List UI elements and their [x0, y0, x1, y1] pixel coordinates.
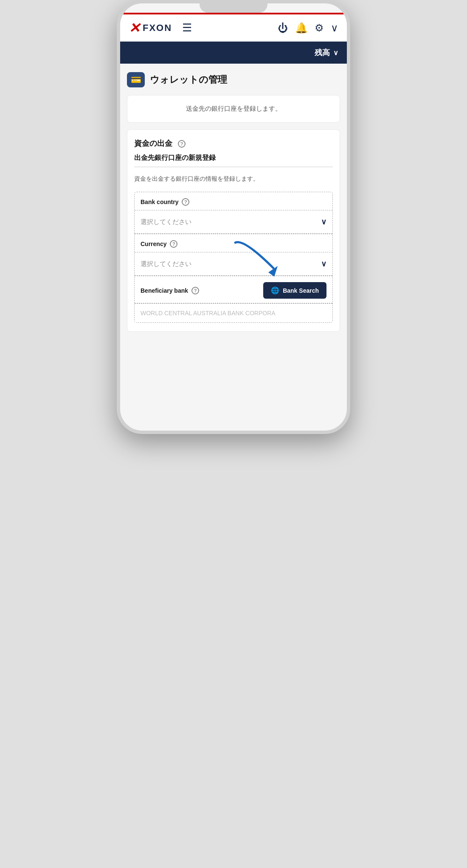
bank-country-help-icon[interactable]: ?	[182, 198, 189, 206]
beneficiary-bank-label-group: Beneficiary bank ?	[141, 287, 199, 294]
form-card: 資金の出金 ? 出金先銀行口座の新規登録 資金を出金する銀行口座の情報を登録しま…	[127, 129, 340, 332]
hamburger-menu-icon[interactable]: ☰	[182, 21, 192, 34]
beneficiary-bank-label-row: Beneficiary bank ? 🌐 Bank Search	[135, 276, 332, 303]
phone-notch	[200, 3, 267, 13]
divider	[134, 167, 333, 167]
bell-icon[interactable]: 🔔	[295, 22, 308, 34]
logo-x-mark: ✕	[129, 21, 140, 35]
wallet-symbol: 💳	[131, 75, 141, 85]
balance-label: 残高	[315, 48, 330, 58]
form-fields-container: Bank country ? 選択してください ∨ Currency ?	[134, 192, 333, 323]
bank-country-placeholder: 選択してください	[141, 218, 191, 226]
logo: ✕ FXON	[129, 21, 172, 35]
currency-placeholder: 選択してください	[141, 260, 191, 268]
beneficiary-bank-input[interactable]	[135, 304, 332, 322]
bank-country-select[interactable]: 選択してください ∨	[135, 210, 332, 234]
balance-chevron-icon: ∨	[333, 49, 338, 57]
currency-select[interactable]: 選択してください ∨	[135, 252, 332, 276]
section-subtitle: 出金先銀行口座の新規登録	[134, 154, 333, 162]
currency-chevron-icon: ∨	[321, 259, 326, 269]
page-title: ウォレットの管理	[150, 73, 227, 86]
bank-search-button[interactable]: 🌐 Bank Search	[263, 282, 326, 299]
fields-wrapper: Bank country ? 選択してください ∨ Currency ?	[134, 192, 333, 323]
beneficiary-bank-label: Beneficiary bank	[141, 287, 188, 294]
beneficiary-bank-help-icon[interactable]: ?	[191, 287, 199, 294]
globe-icon: 🌐	[271, 286, 279, 294]
phone-frame: ✕ FXON ☰ ⏻ 🔔 ⚙ ∨ 残高 ∨ 💳 ウォレットの管理 送金先の銀行口…	[117, 0, 350, 434]
beneficiary-bank-input-wrapper	[135, 303, 332, 322]
logo-text: FXON	[143, 22, 172, 34]
info-message: 送金先の銀行口座を登録します。	[186, 105, 281, 112]
currency-label: Currency	[141, 241, 166, 247]
section-desc: 資金を出金する銀行口座の情報を登録します。	[134, 174, 333, 183]
page-title-row: 💳 ウォレットの管理	[127, 72, 340, 87]
power-icon[interactable]: ⏻	[278, 22, 288, 34]
navbar: ✕ FXON ☰ ⏻ 🔔 ⚙ ∨	[120, 14, 347, 42]
bank-country-label-row: Bank country ?	[135, 192, 332, 210]
bank-search-button-label: Bank Search	[283, 287, 319, 294]
chevron-expand-icon[interactable]: ∨	[331, 22, 338, 34]
gear-icon[interactable]: ⚙	[315, 22, 324, 34]
bank-country-label: Bank country	[141, 199, 178, 205]
section-title: 資金の出金 ?	[134, 138, 333, 148]
bank-country-chevron-icon: ∨	[321, 217, 326, 227]
section-help-icon[interactable]: ?	[178, 140, 186, 148]
navbar-right-icons: ⏻ 🔔 ⚙ ∨	[278, 22, 338, 34]
info-card: 送金先の銀行口座を登録します。	[127, 95, 340, 123]
wallet-icon: 💳	[127, 72, 145, 87]
currency-label-row: Currency ?	[135, 234, 332, 252]
page-content: 💳 ウォレットの管理 送金先の銀行口座を登録します。 資金の出金 ? 出金先銀行…	[120, 64, 347, 340]
balance-bar[interactable]: 残高 ∨	[120, 42, 347, 64]
currency-help-icon[interactable]: ?	[170, 240, 177, 248]
